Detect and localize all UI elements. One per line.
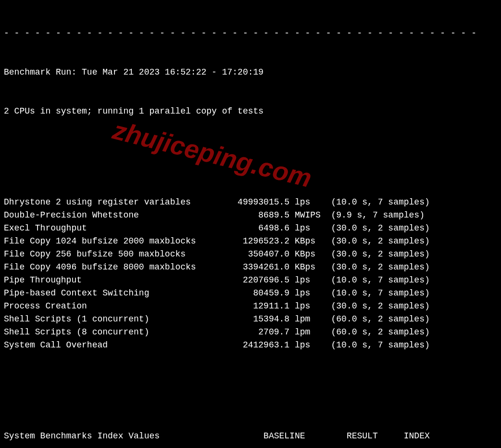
test-row: File Copy 1024 bufsize 2000 maxblocks 12… (4, 235, 497, 248)
benchmark-tests: Dhrystone 2 using register variables 499… (4, 196, 497, 352)
test-row: System Call Overhead 2412963.1 lps (10.0… (4, 339, 497, 352)
test-row: Shell Scripts (8 concurrent) 2709.7 lpm … (4, 326, 497, 339)
test-row: File Copy 4096 bufsize 8000 maxblocks 33… (4, 261, 497, 274)
test-row: Pipe Throughput 2207696.5 lps (10.0 s, 7… (4, 274, 497, 287)
benchmark-run: Benchmark Run: Tue Mar 21 2023 16:52:22 … (4, 66, 497, 79)
terminal-output: - - - - - - - - - - - - - - - - - - - - … (0, 0, 501, 448)
test-row: Dhrystone 2 using register variables 499… (4, 196, 497, 209)
test-row: Pipe-based Context Switching 80459.9 lps… (4, 287, 497, 300)
cpu-info: 2 CPUs in system; running 1 parallel cop… (4, 105, 497, 118)
test-row: Shell Scripts (1 concurrent) 15394.8 lpm… (4, 313, 497, 326)
test-row: Execl Throughput 6498.6 lps (30.0 s, 2 s… (4, 222, 497, 235)
test-row: Double-Precision Whetstone 8689.5 MWIPS … (4, 209, 497, 222)
index-header: System Benchmarks Index Values BASELINE … (4, 430, 497, 443)
test-row: Process Creation 12911.1 lps (30.0 s, 2 … (4, 300, 497, 313)
test-row: File Copy 256 bufsize 500 maxblocks 3504… (4, 248, 497, 261)
header-rule: - - - - - - - - - - - - - - - - - - - - … (4, 27, 497, 40)
